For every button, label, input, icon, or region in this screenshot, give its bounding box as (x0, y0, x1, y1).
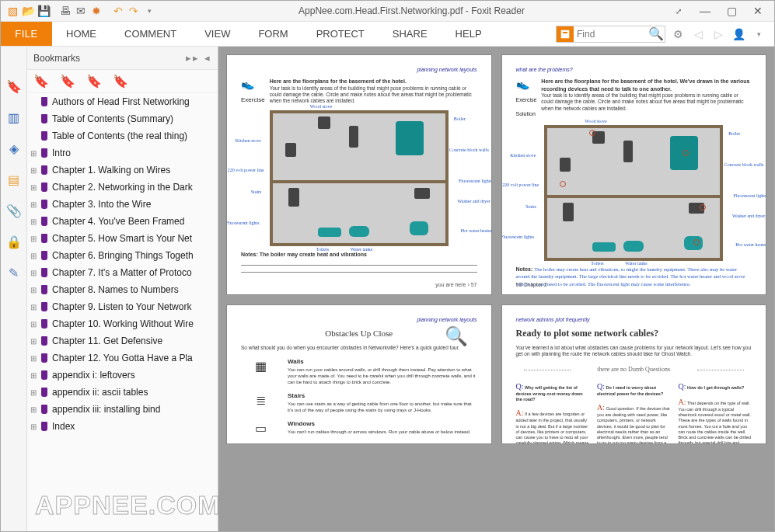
open-icon[interactable]: 📂 (21, 4, 35, 18)
bookmark-icon (38, 113, 49, 124)
tab-view[interactable]: VIEW (190, 22, 244, 46)
bookmark-label: Chapter 4. You've Been Framed (52, 216, 184, 227)
tab-share[interactable]: SHARE (379, 22, 442, 46)
expander-icon[interactable]: ⊞ (29, 235, 38, 243)
expander-icon[interactable]: ⊞ (29, 388, 38, 397)
bookmark-label: Index (52, 421, 75, 432)
expander-icon[interactable]: ⊞ (29, 269, 38, 277)
bookmark-item[interactable]: ⊞Chapter 4. You've Been Framed (27, 213, 218, 230)
tab-protect[interactable]: PROTECT (302, 22, 379, 46)
redo-icon[interactable]: ↷ (127, 4, 141, 18)
bookmark-item[interactable]: ⊞Index (27, 418, 218, 435)
expander-icon[interactable]: ⊞ (29, 337, 38, 346)
expander-icon[interactable]: ⊞ (29, 303, 38, 311)
bookmark-item[interactable]: Table of Contents (the real thing) (27, 127, 218, 144)
expander-icon[interactable]: ⊞ (29, 371, 38, 380)
bookmark-label: Chapter 3. Into the Wire (52, 199, 151, 210)
page-viewer[interactable]: planning network layouts 👟Exercise Here … (218, 47, 774, 531)
undo-icon[interactable]: ↶ (111, 4, 125, 18)
expander-icon[interactable]: ⊞ (29, 183, 38, 192)
tab-home[interactable]: HOME (52, 22, 110, 46)
bookmarks-rail-icon[interactable]: 🔖 (5, 78, 23, 95)
expander-icon[interactable]: ⊞ (29, 422, 38, 431)
bookmark-item[interactable]: ⊞Chapter 1. Walking on Wires (27, 162, 218, 179)
bookmark-label: Chapter 5. How Smart is Your Net (52, 233, 192, 244)
pages-rail-icon[interactable]: ▥ (5, 109, 23, 126)
gear-icon[interactable]: ⚙ (670, 26, 686, 42)
bookmark-item[interactable]: ⊞Chapter 2. Networking in the Dark (27, 179, 218, 196)
bookmark-item[interactable]: Table of Contents (Summary) (27, 110, 218, 127)
collapse-ribbon-icon[interactable]: ⤢ (667, 3, 690, 19)
expander-icon[interactable]: ⊞ (29, 405, 38, 414)
tab-help[interactable]: HELP (442, 22, 496, 46)
bookmark-item[interactable]: ⊞Chapter 3. Into the Wire (27, 196, 218, 213)
bookmark-item[interactable]: ⊞Chapter 7. It's a Matter of Protoco (27, 264, 218, 281)
page-heading: Ready to plot some network cables? (516, 328, 752, 340)
bookmark-icon (38, 182, 49, 193)
bm-expand-icon[interactable]: 🔖 (60, 74, 75, 89)
bookmark-item[interactable]: ⊞Chapter 5. How Smart is Your Net (27, 230, 218, 247)
qat-dropdown-icon[interactable]: ▾ (142, 4, 156, 18)
bookmark-item[interactable]: Authors of Head First Networking (27, 93, 218, 110)
bookmark-icon (38, 284, 49, 295)
expander-icon[interactable]: ⊞ (29, 166, 38, 175)
page-header: what are the problems? (516, 66, 752, 73)
search-input[interactable] (574, 29, 648, 40)
user-icon[interactable]: 👤 (731, 26, 746, 42)
bookmark-item[interactable]: ⊞Chapter 6. Bringing Things Togeth (27, 247, 218, 264)
search-scope-icon[interactable] (557, 26, 574, 42)
bookmark-item[interactable]: ⊞Chapter 10. Working Without Wire (27, 315, 218, 332)
bookmarks-tree[interactable]: Authors of Head First NetworkingTable of… (27, 93, 218, 531)
qa-column: Q: How do I get through walls?A: That de… (679, 381, 752, 444)
maximize-button[interactable]: ▢ (720, 3, 743, 19)
search-box[interactable]: 🔍 (556, 26, 665, 43)
nav-next-icon[interactable]: ▷ (710, 26, 726, 42)
print-icon[interactable]: 🖶 (58, 4, 72, 18)
bookmark-item[interactable]: ⊞Chapter 8. Names to Numbers (27, 281, 218, 298)
bookmark-icon (38, 233, 49, 244)
bookmark-item[interactable]: ⊞appendix ii: ascii tables (27, 384, 218, 401)
notes: Notes: The boiler may create heat and vi… (516, 266, 752, 287)
bm-goto-icon[interactable]: 🔖 (113, 74, 128, 89)
tab-form[interactable]: FORM (244, 22, 302, 46)
close-button[interactable]: ✕ (746, 3, 770, 19)
bookmark-icon (38, 267, 49, 278)
security-rail-icon[interactable]: 🔒 (5, 233, 23, 250)
tab-file[interactable]: FILE (1, 22, 52, 46)
obstacle-icon: ▦ (241, 358, 280, 377)
bookmark-item[interactable]: ⊞Intro (27, 144, 218, 162)
bookmark-label: Chapter 1. Walking on Wires (52, 165, 170, 176)
expander-icon[interactable]: ⊞ (29, 217, 38, 226)
exercise-text: Here are the floorplans for the basement… (270, 78, 477, 106)
tab-comment[interactable]: COMMENT (110, 22, 190, 46)
attachments-rail-icon[interactable]: 📎 (5, 202, 23, 219)
new-icon[interactable]: ✸ (89, 4, 103, 18)
expander-icon[interactable]: ⊞ (29, 354, 38, 363)
comments-rail-icon[interactable]: ▤ (5, 171, 23, 188)
signatures-rail-icon[interactable]: ✎ (5, 264, 23, 281)
bookmarks-panel: Bookmarks ▸▸ ◂ 🔖 🔖 🔖 🔖 Authors of Head F… (27, 47, 218, 531)
bookmark-item[interactable]: ⊞Chapter 12. You Gotta Have a Pla (27, 349, 218, 367)
bm-add-icon[interactable]: 🔖 (33, 74, 49, 89)
expander-icon[interactable]: ⊞ (29, 200, 38, 209)
app-menu-icon[interactable]: ▧ (5, 4, 19, 18)
expander-icon[interactable]: ⊞ (29, 149, 38, 158)
bookmark-item[interactable]: ⊞appendix iii: installing bind (27, 401, 218, 418)
bookmark-item[interactable]: ⊞Chapter 9. Listen to Your Network (27, 298, 218, 315)
minimize-button[interactable]: — (693, 3, 717, 19)
svg-rect-1 (563, 32, 567, 33)
expander-icon[interactable]: ⊞ (29, 286, 38, 294)
bookmarks-collapse-icon[interactable]: ▸▸ ◂ (186, 52, 211, 64)
layers-rail-icon[interactable]: ◈ (5, 140, 23, 157)
search-icon[interactable]: 🔍 (648, 26, 665, 41)
expander-icon[interactable]: ⊞ (29, 320, 38, 329)
bookmark-icon (38, 421, 49, 432)
user-dropdown-icon[interactable]: ▾ (751, 26, 766, 42)
email-icon[interactable]: ✉ (74, 4, 88, 18)
bookmark-item[interactable]: ⊞Chapter 11. Get Defensive (27, 332, 218, 349)
save-icon[interactable]: 💾 (37, 4, 51, 18)
nav-prev-icon[interactable]: ◁ (690, 26, 706, 42)
expander-icon[interactable]: ⊞ (29, 252, 38, 260)
bm-collapse-icon[interactable]: 🔖 (86, 74, 102, 89)
bookmark-item[interactable]: ⊞appendix i: leftovers (27, 367, 218, 384)
